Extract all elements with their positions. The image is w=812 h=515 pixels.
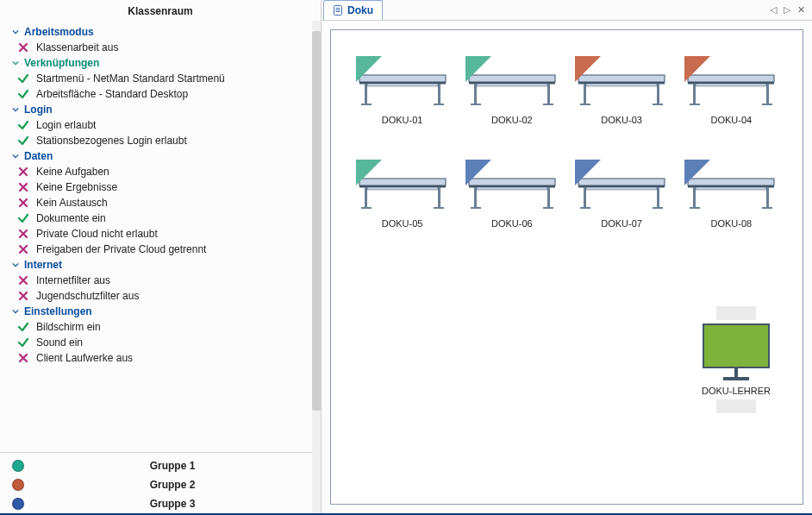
setting-item[interactable]: Stationsbezogenes Login erlaubt [12,133,321,148]
svg-rect-7 [438,84,440,104]
teacher-label: DOKU-LEHRER [702,386,771,396]
monitor-icon [703,323,770,368]
cross-icon [17,243,29,255]
svg-rect-38 [367,187,438,190]
tab-close-icon[interactable]: ✕ [797,5,805,15]
station[interactable]: DOKU-01 [356,56,449,125]
section-header[interactable]: Verknüpfungen [12,55,321,71]
station-label: DOKU-02 [491,115,533,125]
tab-nav: ◁ ▷ ✕ [763,0,812,20]
sidebar-scrollbar[interactable] [312,21,321,513]
setting-item[interactable]: Internetfilter aus [12,273,321,288]
setting-item[interactable]: Dokumente ein [12,210,321,226]
app-root: Klassenraum ArbeitsmodusKlassenarbeit au… [0,0,812,515]
station[interactable]: DOKU-04 [684,56,778,125]
svg-rect-28 [766,84,769,104]
station-label: DOKU-04 [711,115,753,125]
section-title: Internet [24,259,62,271]
station[interactable]: DOKU-05 [356,160,449,229]
svg-rect-55 [693,187,696,208]
teacher-station[interactable]: DOKU-LEHRER [693,306,779,413]
section-header[interactable]: Daten [12,148,321,164]
group-label: Gruppe 1 [24,460,321,472]
tab-doku[interactable]: Doku [323,0,383,20]
svg-rect-20 [584,84,586,104]
cross-icon [17,197,29,209]
setting-item[interactable]: Private Cloud nicht erlaubt [12,226,321,242]
svg-rect-56 [766,187,769,208]
station[interactable]: DOKU-08 [684,160,778,229]
setting-item[interactable]: Arbeitsfläche - Standard Desktop [12,86,321,102]
svg-rect-59 [696,187,766,190]
setting-item[interactable]: Sound ein [12,335,321,350]
svg-rect-15 [471,104,481,105]
svg-rect-9 [434,104,444,105]
svg-rect-10 [367,84,438,86]
group-triangle-icon [356,56,382,82]
station[interactable]: DOKU-07 [575,160,668,229]
group-triangle-icon [465,160,491,185]
section-header[interactable]: Einstellungen [12,304,321,319]
station[interactable]: DOKU-03 [575,56,668,125]
svg-rect-58 [762,207,772,209]
setting-item[interactable]: Keine Ergebnisse [12,179,321,195]
setting-item[interactable]: Kein Austausch [12,195,321,210]
setting-label: Keine Ergebnisse [36,181,117,193]
setting-item[interactable]: Client Laufwerke aus [12,350,321,366]
section-header[interactable]: Arbeitsmodus [12,24,321,40]
cross-icon [17,352,29,364]
station[interactable]: DOKU-02 [465,56,559,125]
cross-icon [17,274,29,286]
svg-rect-44 [543,207,553,209]
group-row[interactable]: Gruppe 3 [0,494,321,513]
tabbar-spacer [383,0,763,20]
scrollbar-thumb[interactable] [312,31,321,411]
svg-rect-13 [474,84,477,104]
station[interactable]: DOKU-06 [465,160,559,229]
section-title: Verknüpfungen [24,57,99,69]
svg-rect-37 [434,207,444,209]
group-triangle-icon [465,56,491,82]
document-icon [333,5,343,16]
svg-rect-57 [690,207,700,209]
check-icon [17,212,29,224]
setting-label: Jugendschutzfilter aus [36,290,139,302]
group-label: Gruppe 2 [24,479,321,491]
setting-item[interactable]: Keine Aufgaben [12,164,321,179]
caret-down-icon [12,153,19,160]
svg-rect-16 [543,104,553,105]
setting-item[interactable]: Klassenarbeit aus [12,40,321,55]
svg-rect-31 [696,84,766,86]
monitor-stand [734,368,738,377]
station-grid: DOKU-01DOKU-02DOKU-03DOKU-04DOKU-05DOKU-… [352,56,782,229]
main-area: Doku ◁ ▷ ✕ DOKU-01DOKU-02DOKU-03DOKU-04D… [321,0,812,513]
check-icon [17,88,29,100]
setting-label: Freigaben der Private Cloud getrennt [36,243,206,255]
setting-label: Arbeitsfläche - Standard Desktop [36,88,188,100]
tab-next-icon[interactable]: ▷ [784,5,790,15]
section-header[interactable]: Internet [12,257,321,273]
svg-rect-36 [361,207,372,209]
station-label: DOKU-01 [382,115,423,125]
caret-down-icon [12,28,19,35]
section-title: Einstellungen [24,305,92,317]
room-canvas[interactable]: DOKU-01DOKU-02DOKU-03DOKU-04DOKU-05DOKU-… [330,29,803,505]
svg-rect-50 [580,207,590,209]
section-title: Arbeitsmodus [24,26,94,38]
setting-label: Client Laufwerke aus [36,352,133,364]
tab-prev-icon[interactable]: ◁ [770,5,777,15]
group-triangle-icon [684,56,710,82]
check-icon [17,119,29,131]
section-header[interactable]: Login [12,102,321,117]
cross-icon [17,290,29,302]
setting-label: Login erlaubt [36,119,96,131]
setting-label: Startmenü - NetMan Standard Startmenü [36,72,225,85]
group-row[interactable]: Gruppe 1 [0,456,321,475]
group-row[interactable]: Gruppe 2 [0,475,321,494]
setting-item[interactable]: Login erlaubt [12,117,321,133]
setting-item[interactable]: Freigaben der Private Cloud getrennt [12,242,321,257]
group-triangle-icon [684,160,710,185]
setting-item[interactable]: Jugendschutzfilter aus [12,288,321,304]
setting-item[interactable]: Startmenü - NetMan Standard Startmenü [12,71,321,86]
setting-item[interactable]: Bildschirm ein [12,319,321,335]
